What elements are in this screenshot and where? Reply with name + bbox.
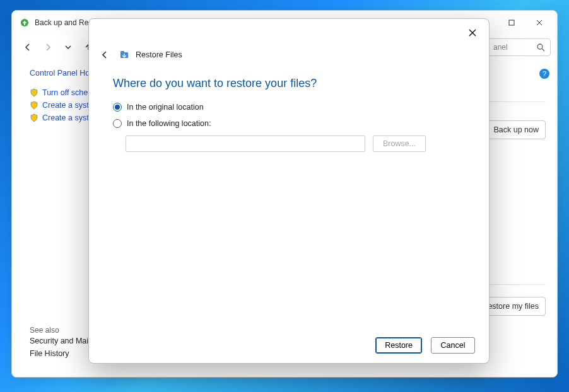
search-input[interactable]: anel [488,38,551,56]
radio-icon [113,119,122,128]
maximize-button[interactable] [498,13,525,32]
dialog-titlebar [89,19,489,47]
browse-button[interactable]: Browse... [373,135,426,152]
cancel-button[interactable]: Cancel [431,337,475,354]
location-row: Browse... [126,135,466,152]
dialog-back-button[interactable] [97,47,113,63]
restore-files-icon [119,50,129,60]
close-window-button[interactable] [525,13,553,32]
svg-point-5 [537,44,543,49]
restore-files-dialog: Restore Files Where do you want to resto… [88,18,490,364]
search-placeholder: anel [493,43,508,52]
radio-following-location[interactable]: In the following location: [113,119,466,128]
radio-original-location[interactable]: In the original location [113,103,466,112]
shield-icon [30,101,38,110]
svg-rect-2 [509,20,514,25]
backup-icon [20,18,30,28]
dialog-footer: Restore Cancel [89,328,489,363]
radio-label: In the original location [127,103,204,112]
shield-icon [30,88,38,97]
radio-label: In the following location: [127,119,211,128]
close-dialog-button[interactable] [460,23,485,42]
radio-icon [113,103,122,112]
search-icon [537,43,545,52]
dialog-header: Restore Files [89,47,489,67]
svg-rect-10 [120,51,124,53]
location-input[interactable] [126,135,365,152]
dialog-title: Restore Files [136,50,182,59]
nav-back-button[interactable] [18,38,37,57]
nav-forward-button[interactable] [38,38,57,57]
shield-icon [30,113,38,122]
dialog-question: Where do you want to restore your files? [113,77,466,90]
restore-button[interactable]: Restore [375,337,422,354]
help-icon[interactable]: ? [539,69,549,79]
nav-recent-button[interactable] [59,38,78,57]
back-up-now-button[interactable]: Back up now [486,120,546,139]
svg-line-6 [542,49,544,51]
dialog-body: Where do you want to restore your files?… [89,67,489,328]
